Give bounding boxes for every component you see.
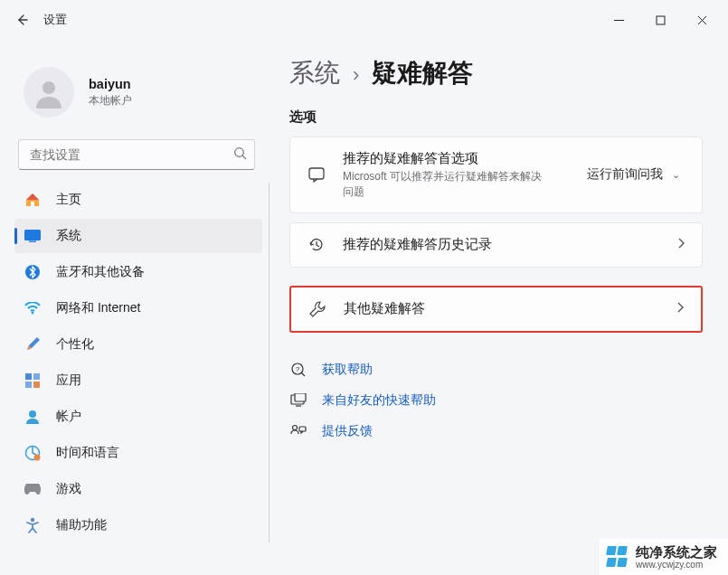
home-icon [24, 191, 42, 209]
svg-rect-19 [295, 393, 306, 401]
feedback-icon [289, 424, 307, 438]
sidebar-item-label: 时间和语言 [56, 445, 119, 461]
sidebar-item-time-language[interactable]: 时间和语言 [14, 436, 262, 470]
paintbrush-icon [24, 335, 42, 353]
sidebar: baiyun 本地帐户 主页 [0, 40, 273, 575]
svg-rect-15 [309, 168, 324, 179]
link-label: 提供反馈 [322, 423, 373, 439]
chevron-right-icon: › [353, 63, 359, 87]
user-block[interactable]: baiyun 本地帐户 [4, 40, 269, 139]
svg-rect-4 [29, 241, 36, 242]
wifi-icon [24, 299, 42, 317]
sidebar-item-label: 帐户 [56, 409, 81, 425]
breadcrumb: 系统 › 疑难解答 [289, 56, 703, 90]
user-icon [31, 74, 67, 110]
bluetooth-icon [24, 263, 42, 281]
svg-point-13 [34, 455, 41, 461]
screen-icon [289, 393, 307, 408]
nav: 主页 系统 蓝牙和其他设备 [4, 183, 269, 546]
nav-scrollbar[interactable] [269, 183, 269, 542]
sidebar-item-label: 辅助功能 [56, 517, 107, 533]
search-box[interactable] [18, 139, 255, 170]
close-button[interactable] [681, 5, 723, 34]
avatar [24, 67, 74, 118]
history-icon [307, 236, 326, 254]
troubleshoot-recommended-prefs[interactable]: 推荐的疑难解答首选项 Microsoft 可以推荐并运行疑难解答来解决问题 运行… [289, 137, 703, 213]
svg-rect-10 [33, 382, 40, 388]
svg-point-2 [235, 148, 244, 157]
sidebar-item-personalization[interactable]: 个性化 [14, 327, 262, 362]
sidebar-item-system[interactable]: 系统 [14, 219, 262, 253]
card-title: 推荐的疑难解答历史记录 [343, 236, 660, 253]
svg-rect-8 [33, 373, 40, 380]
apps-icon [24, 372, 42, 390]
sidebar-item-label: 系统 [56, 228, 81, 244]
link-label: 获取帮助 [322, 362, 373, 378]
svg-rect-7 [25, 373, 32, 380]
svg-rect-3 [24, 230, 41, 240]
svg-point-20 [293, 425, 298, 429]
sidebar-item-network[interactable]: 网络和 Internet [14, 291, 262, 325]
search-input[interactable] [30, 147, 233, 162]
quick-assist-link[interactable]: 来自好友的快速帮助 [289, 385, 703, 416]
svg-rect-0 [657, 16, 665, 24]
sidebar-item-home[interactable]: 主页 [14, 183, 262, 217]
sidebar-item-privacy[interactable]: 隐私和安全性 [14, 544, 262, 546]
chat-icon [307, 165, 326, 184]
watermark-logo-icon [607, 546, 629, 568]
card-title: 推荐的疑难解答首选项 [343, 150, 565, 167]
card-title: 其他疑难解答 [344, 300, 659, 317]
sidebar-item-label: 主页 [56, 192, 81, 208]
titlebar: 设置 [0, 0, 728, 40]
minimize-icon [614, 15, 624, 25]
watermark: 纯净系统之家 www.ycwjzy.com [600, 539, 728, 575]
svg-point-14 [31, 518, 34, 522]
back-button[interactable] [5, 4, 38, 36]
chevron-down-icon: ⌄ [672, 169, 680, 181]
sidebar-item-gaming[interactable]: 游戏 [14, 472, 262, 506]
svg-rect-9 [25, 382, 32, 388]
sidebar-item-label: 网络和 Internet [56, 300, 140, 316]
svg-point-1 [43, 81, 55, 94]
window-controls [598, 5, 723, 34]
window-title: 设置 [43, 13, 67, 28]
globe-clock-icon [24, 444, 42, 462]
chevron-right-icon [676, 301, 685, 316]
back-arrow-icon [14, 13, 29, 27]
svg-point-6 [32, 312, 34, 315]
accessibility-icon [24, 516, 42, 534]
get-help-link[interactable]: ? 获取帮助 [289, 354, 703, 385]
sidebar-item-label: 蓝牙和其他设备 [56, 264, 145, 280]
svg-text:?: ? [296, 365, 300, 373]
user-account-type: 本地帐户 [89, 93, 132, 108]
chevron-right-icon [676, 237, 685, 252]
breadcrumb-root[interactable]: 系统 [289, 56, 340, 90]
feedback-link[interactable]: 提供反馈 [289, 416, 703, 447]
breadcrumb-leaf: 疑难解答 [372, 56, 473, 90]
sidebar-item-apps[interactable]: 应用 [14, 363, 262, 398]
svg-point-11 [29, 410, 36, 418]
troubleshoot-pref-dropdown[interactable]: 运行前询问我 ⌄ [581, 163, 685, 186]
svg-rect-21 [299, 427, 306, 431]
sidebar-item-label: 个性化 [56, 336, 94, 353]
card-subtitle: Microsoft 可以推荐并运行疑难解答来解决问题 [343, 169, 542, 200]
minimize-button[interactable] [598, 5, 639, 34]
search-icon [233, 146, 247, 163]
help-links: ? 获取帮助 来自好友的快速帮助 提供反馈 [289, 354, 703, 447]
help-icon: ? [289, 362, 307, 378]
link-label: 来自好友的快速帮助 [322, 392, 436, 409]
dropdown-value: 运行前询问我 [587, 166, 663, 183]
sidebar-item-label: 游戏 [56, 481, 81, 497]
main-content: 系统 › 疑难解答 选项 推荐的疑难解答首选项 Microsoft 可以推荐并运… [273, 40, 728, 575]
troubleshoot-history[interactable]: 推荐的疑难解答历史记录 [289, 222, 703, 268]
sidebar-item-accounts[interactable]: 帐户 [14, 400, 262, 434]
user-name: baiyun [89, 77, 132, 91]
sidebar-item-bluetooth[interactable]: 蓝牙和其他设备 [14, 255, 262, 289]
gamepad-icon [24, 480, 42, 498]
wrench-icon [307, 300, 327, 318]
maximize-icon [656, 15, 666, 25]
accounts-icon [24, 408, 42, 426]
sidebar-item-accessibility[interactable]: 辅助功能 [14, 508, 262, 542]
troubleshoot-other[interactable]: 其他疑难解答 [289, 286, 703, 333]
maximize-button[interactable] [639, 5, 681, 34]
